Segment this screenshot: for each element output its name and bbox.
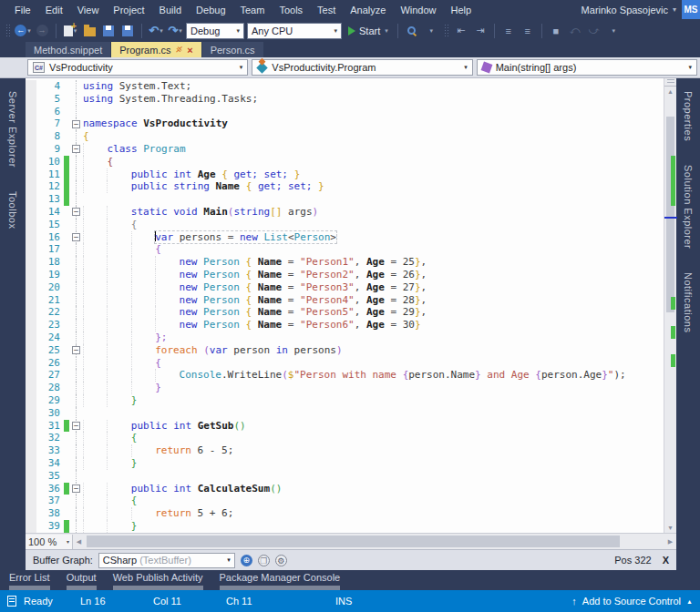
horizontal-scrollbar-thumb[interactable]: [87, 536, 620, 547]
splitter-grip[interactable]: [664, 78, 676, 87]
type-dropdown[interactable]: VsProductivity.Program ▾: [252, 59, 472, 76]
windows-icon[interactable]: ❐: [258, 555, 270, 566]
code-line-27[interactable]: 27 Console.WriteLine($"Person with name …: [26, 369, 664, 382]
toggle-bookmark-button[interactable]: ■: [548, 22, 564, 40]
add-to-source-control-button[interactable]: ↑ Add to Source Control ▲: [571, 596, 693, 607]
breakpoint-margin[interactable]: [26, 357, 36, 370]
collapse-region-icon[interactable]: −: [72, 484, 80, 493]
code-line-36[interactable]: 36− public int CalculateSum(): [26, 483, 664, 495]
panel-tab-error-list[interactable]: Error List: [9, 572, 50, 590]
new-project-button[interactable]: ▾: [62, 22, 78, 40]
save-all-button[interactable]: [119, 22, 136, 40]
breakpoint-margin[interactable]: [26, 344, 36, 357]
save-button[interactable]: [100, 22, 117, 40]
code-line-25[interactable]: 25− foreach (var person in persons): [26, 344, 664, 357]
breakpoint-margin[interactable]: [26, 143, 36, 156]
code-area[interactable]: 4using System.Text;5using System.Threadi…: [26, 78, 664, 533]
menu-item-team[interactable]: Team: [233, 2, 273, 18]
breakpoint-margin[interactable]: [26, 332, 36, 344]
panel-tab-package-manager-console[interactable]: Package Manager Console: [220, 572, 341, 590]
breakpoint-margin[interactable]: [26, 407, 36, 420]
breakpoint-margin[interactable]: [26, 457, 36, 470]
code-line-19[interactable]: 19 new Person { Name = "Person2", Age = …: [26, 269, 664, 281]
breakpoint-margin[interactable]: [26, 117, 36, 130]
panel-tab-web-publish-activity[interactable]: Web Publish Activity: [113, 572, 203, 590]
menu-item-analyze[interactable]: Analyze: [343, 2, 393, 18]
collapse-region-icon[interactable]: −: [72, 233, 80, 241]
scroll-up-arrow-icon[interactable]: ▲: [664, 87, 676, 97]
menu-item-window[interactable]: Window: [393, 2, 443, 18]
breakpoint-margin[interactable]: [26, 520, 36, 533]
menu-item-view[interactable]: View: [70, 2, 107, 18]
breakpoint-margin[interactable]: [26, 231, 36, 244]
pin-icon[interactable]: ⫩: [173, 44, 185, 56]
collapse-region-icon[interactable]: −: [72, 422, 80, 430]
solution-platform-dropdown[interactable]: Any CPU▾: [247, 23, 342, 39]
code-line-37[interactable]: 37 {: [26, 495, 664, 507]
code-line-7[interactable]: 7−namespace VsProductivity: [26, 117, 664, 130]
breakpoint-margin[interactable]: [26, 294, 36, 307]
code-line-20[interactable]: 20 new Person { Name = "Person3", Age = …: [26, 281, 664, 294]
menu-item-edit[interactable]: Edit: [38, 2, 70, 18]
panel-tab-output[interactable]: Output: [67, 572, 97, 590]
breakpoint-margin[interactable]: [26, 243, 36, 256]
breakpoint-margin[interactable]: [26, 180, 36, 193]
menu-item-help[interactable]: Help: [444, 2, 479, 18]
breakpoint-margin[interactable]: [26, 193, 36, 206]
code-line-35[interactable]: 35: [26, 470, 664, 483]
menu-item-project[interactable]: Project: [106, 2, 151, 18]
scroll-down-arrow-icon[interactable]: ▼: [664, 523, 676, 533]
collapse-region-icon[interactable]: −: [72, 120, 80, 128]
close-icon[interactable]: ×: [187, 45, 192, 56]
tool-window-tab-properties[interactable]: Properties: [683, 91, 694, 141]
code-line-38[interactable]: 38 return 5 + 6;: [26, 507, 664, 520]
code-line-5[interactable]: 5using System.Threading.Tasks;: [26, 93, 664, 106]
collapse-region-icon[interactable]: −: [72, 346, 80, 354]
code-line-28[interactable]: 28 }: [26, 382, 664, 394]
menu-item-debug[interactable]: Debug: [189, 2, 232, 18]
horizontal-scrollbar[interactable]: [85, 534, 664, 549]
code-line-6[interactable]: 6: [26, 106, 664, 118]
user-account-menu[interactable]: Marinko Spasojevic ▾: [582, 5, 676, 15]
breakpoint-margin[interactable]: [26, 156, 36, 168]
code-line-29[interactable]: 29 }: [26, 394, 664, 407]
code-line-15[interactable]: 15 {: [26, 219, 664, 231]
code-line-24[interactable]: 24 };: [26, 332, 664, 344]
navigate-forward-button[interactable]: →: [34, 22, 50, 40]
menu-item-tools[interactable]: Tools: [272, 2, 310, 18]
breakpoint-margin[interactable]: [26, 432, 36, 444]
zoom-level-dropdown[interactable]: 100 % ▾: [26, 535, 73, 549]
open-file-button[interactable]: [81, 22, 98, 40]
breakpoint-margin[interactable]: [26, 306, 36, 319]
code-line-11[interactable]: 11 public int Age { get; set; }: [26, 168, 664, 181]
code-line-21[interactable]: 21 new Person { Name = "Person4", Age = …: [26, 294, 664, 307]
menu-item-build[interactable]: Build: [152, 2, 189, 18]
code-line-39[interactable]: 39 }: [26, 520, 664, 533]
collapse-region-icon[interactable]: −: [72, 208, 80, 216]
code-line-30[interactable]: 30: [26, 407, 664, 420]
menu-item-file[interactable]: File: [7, 2, 38, 18]
code-line-16[interactable]: 16− var persons = new List<Person>: [26, 231, 664, 244]
breakpoint-margin[interactable]: [26, 495, 36, 507]
code-line-14[interactable]: 14− static void Main(string[] args): [26, 206, 664, 219]
increase-indent-button[interactable]: ≡: [520, 22, 536, 40]
toolbar-grip[interactable]: [5, 24, 10, 38]
breakpoint-margin[interactable]: [26, 420, 36, 433]
breakpoint-margin[interactable]: [26, 470, 36, 483]
close-icon[interactable]: X: [663, 555, 669, 566]
navigate-backward-button[interactable]: ←▾: [15, 22, 31, 40]
code-line-12[interactable]: 12 public string Name { get; set; }: [26, 180, 664, 193]
scroll-left-arrow-icon[interactable]: ◀: [73, 538, 85, 546]
scroll-right-arrow-icon[interactable]: ▶: [664, 538, 676, 546]
vertical-scrollbar[interactable]: ▲ ▼: [664, 78, 676, 533]
breakpoint-margin[interactable]: [26, 80, 36, 93]
vertical-scrollbar-thumb[interactable]: [666, 117, 674, 312]
tool-window-tab-server-explorer[interactable]: Server Explorer: [7, 91, 18, 168]
code-editor[interactable]: 4using System.Text;5using System.Threadi…: [26, 78, 676, 533]
code-line-17[interactable]: 17 {: [26, 243, 664, 256]
code-line-26[interactable]: 26 {: [26, 357, 664, 370]
navigate-forward-editor-button[interactable]: ⇥: [472, 22, 489, 40]
breakpoint-margin[interactable]: [26, 444, 36, 457]
breakpoint-margin[interactable]: [26, 319, 36, 332]
breakpoint-margin[interactable]: [26, 394, 36, 407]
